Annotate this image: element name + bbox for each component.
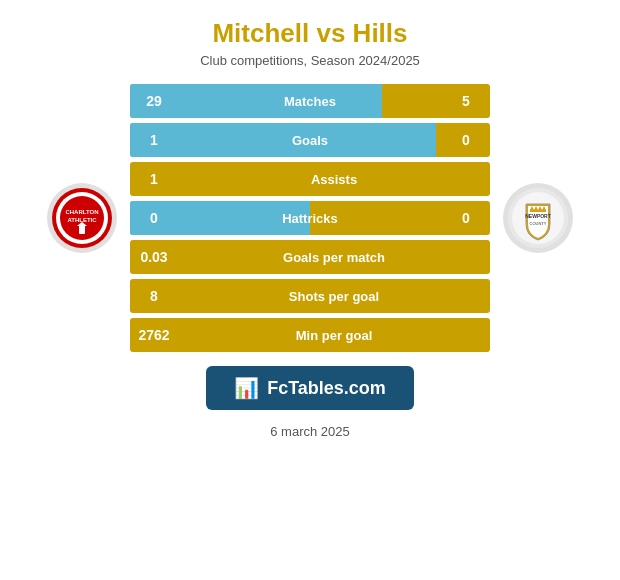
stat-left-goals: 1: [130, 132, 178, 148]
match-subtitle: Club competitions, Season 2024/2025: [200, 53, 420, 68]
stat-row-assists: 1Assists: [130, 162, 490, 196]
main-content: CHARLTON ATHLETIC 29Matches51Goals01Assi…: [0, 74, 620, 352]
stat-label-goals: Goals: [178, 133, 442, 148]
stat-label-shots_per_goal: Shots per goal: [178, 289, 490, 304]
stat-row-min_per_goal: 2762Min per goal: [130, 318, 490, 352]
stat-left-goals_per_match: 0.03: [130, 249, 178, 265]
stat-label-assists: Assists: [178, 172, 490, 187]
right-club-logo: NEWPORT COUNTY: [498, 183, 578, 253]
page-header: Mitchell vs Hills Club competitions, Sea…: [190, 0, 430, 74]
stat-row-goals_per_match: 0.03Goals per match: [130, 240, 490, 274]
svg-text:COUNTY: COUNTY: [530, 221, 547, 226]
stat-label-goals_per_match: Goals per match: [178, 250, 490, 265]
svg-text:CHARLTON: CHARLTON: [65, 209, 98, 215]
fctables-banner[interactable]: 📊 FcTables.com: [206, 366, 414, 410]
stats-table: 29Matches51Goals01Assists0Hattricks00.03…: [130, 84, 490, 352]
stat-left-matches: 29: [130, 93, 178, 109]
stat-right-matches: 5: [442, 93, 490, 109]
stat-right-goals: 0: [442, 132, 490, 148]
svg-text:NEWPORT: NEWPORT: [525, 213, 551, 219]
match-title: Mitchell vs Hills: [200, 18, 420, 49]
svg-text:ATHLETIC: ATHLETIC: [67, 217, 97, 223]
stat-left-min_per_goal: 2762: [130, 327, 178, 343]
stat-left-shots_per_goal: 8: [130, 288, 178, 304]
charlton-badge: CHARLTON ATHLETIC: [47, 183, 117, 253]
stat-label-matches: Matches: [178, 94, 442, 109]
stat-left-hattricks: 0: [130, 210, 178, 226]
stat-right-hattricks: 0: [442, 210, 490, 226]
date-label: 6 march 2025: [270, 424, 350, 439]
page-footer: 6 march 2025: [270, 424, 350, 439]
stat-row-hattricks: 0Hattricks0: [130, 201, 490, 235]
stat-row-goals: 1Goals0: [130, 123, 490, 157]
stat-label-hattricks: Hattricks: [178, 211, 442, 226]
stat-left-assists: 1: [130, 171, 178, 187]
brand-text: FcTables.com: [267, 378, 386, 399]
stat-label-min_per_goal: Min per goal: [178, 328, 490, 343]
stat-row-matches: 29Matches5: [130, 84, 490, 118]
brand-icon: 📊: [234, 376, 259, 400]
left-club-logo: CHARLTON ATHLETIC: [42, 183, 122, 253]
newport-badge: NEWPORT COUNTY: [503, 183, 573, 253]
stat-row-shots_per_goal: 8Shots per goal: [130, 279, 490, 313]
